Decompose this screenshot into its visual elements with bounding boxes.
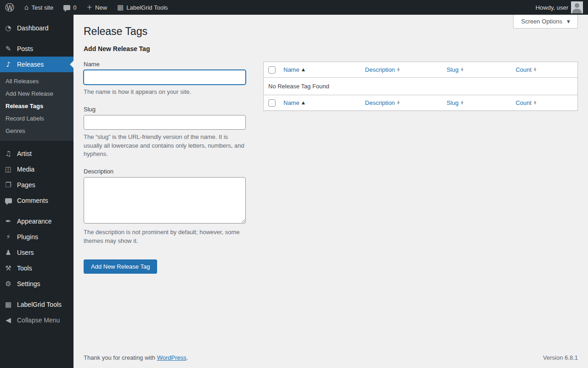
menu-separator [0,292,74,297]
wordpress-link[interactable]: WordPress [157,354,187,361]
description-label: Description [84,168,246,175]
menu-separator [0,141,74,146]
sort-both-icon: ▲▼ [397,101,400,105]
sort-ascending-icon: ▲ [302,101,305,105]
sidebar-item-tools[interactable]: ⚒ Tools [0,260,74,276]
slug-help-text: The “slug” is the URL-friendly version o… [84,133,246,159]
home-icon: ⌂ [24,4,29,11]
screen-options-button[interactable]: Screen Options ▼ [513,15,578,29]
sidebar-item-label: Releases [17,61,44,68]
sidebar-item-collapse-menu[interactable]: ◀ Collapse Menu [0,312,74,328]
column-header-description: Description [365,66,395,73]
select-all-checkbox[interactable] [268,99,276,107]
sidebar-item-pages[interactable]: ❐ Pages [0,177,74,193]
new-label: New [95,4,107,11]
sort-both-icon: ▲▼ [534,101,536,105]
sidebar-item-label: Comments [17,197,48,204]
wp-logo-menu[interactable]: Ⓦ [0,0,19,15]
no-items-message: No Release Tag Found [264,78,577,95]
sort-by-description[interactable]: Description ▲▼ [365,99,400,106]
sidebar-item-dashboard[interactable]: ◔ Dashboard [0,20,74,36]
sort-both-icon: ▲▼ [534,68,536,72]
menu-separator [0,36,74,41]
sort-by-count[interactable]: Count ▲▼ [515,66,536,73]
admin-bar-left: Ⓦ ⌂ Test site 0 + New ▦ LabelGrid Tools [0,0,173,15]
sidebar-item-plugins[interactable]: ⚡ Plugins [0,229,74,245]
sidebar-item-label: Users [17,249,34,256]
sidebar-item-labelgrid-tools[interactable]: ▦ LabelGrid Tools [0,297,74,312]
sort-by-description[interactable]: Description ▲▼ [365,66,400,73]
sidebar-item-appearance[interactable]: ✒ Appearance [0,213,74,229]
artist-icon: ♫ [4,150,13,157]
plugins-icon: ⚡ [4,234,13,241]
site-name-label: Test site [32,4,54,11]
dashboard-icon: ◔ [4,25,13,32]
howdy-account-menu[interactable]: Howdy, user [531,0,588,15]
name-label: Name [84,61,246,68]
chevron-down-icon: ▼ [567,19,570,24]
plus-icon: + [86,4,92,11]
grid-icon: ▦ [117,4,124,11]
tools-icon: ⚒ [4,265,13,272]
add-new-release-tag-button[interactable]: Add New Release Tag [84,259,157,274]
sort-by-count[interactable]: Count ▲▼ [515,99,536,106]
settings-icon: ⚙ [4,281,13,288]
comments-shortcut[interactable]: 0 [58,0,81,15]
sidebar-item-artist[interactable]: ♫ Artist [0,146,74,161]
labelgrid-tools-menu[interactable]: ▦ LabelGrid Tools [112,0,173,15]
sidebar-item-posts[interactable]: ✎ Posts [0,41,74,57]
footer-period: . [187,354,188,361]
sidebar-item-label: Settings [17,280,40,288]
sidebar-item-label: Collapse Menu [17,316,60,324]
column-header-slug: Slug [447,99,458,106]
sidebar-item-label: Media [17,166,34,173]
collapse-menu-icon: ◀ [4,317,13,324]
pages-icon: ❐ [4,182,13,189]
releases-submenu: All Releases Add New Release Release Tag… [0,72,74,141]
add-release-tag-form: Add New Release Tag Name The name is how… [84,45,246,274]
column-header-name: Name [283,66,300,73]
howdy-label: Howdy, user [536,4,568,11]
sidebar-item-media[interactable]: ◫ Media [0,161,74,177]
page-title: Release Tags [84,25,578,39]
description-field[interactable] [84,177,246,224]
sort-by-slug[interactable]: Slug ▲▼ [447,99,463,106]
name-field[interactable] [84,70,246,85]
admin-bar: Ⓦ ⌂ Test site 0 + New ▦ LabelGrid Tools … [0,0,588,15]
sidebar: ◔ Dashboard ✎ Posts ♪ Releases All Relea… [0,15,74,368]
screen-options-label: Screen Options [521,18,562,25]
sidebar-item-releases[interactable]: ♪ Releases [0,57,74,72]
name-help-text: The name is how it appears on your site. [84,88,246,97]
submenu-item-all-releases[interactable]: All Releases [0,75,74,87]
submenu-item-genres[interactable]: Genres [0,125,74,137]
comments-icon [4,197,13,204]
sort-by-slug[interactable]: Slug ▲▼ [447,66,463,73]
slug-field[interactable] [84,115,246,130]
description-help-text: The description is not prominent by defa… [84,228,246,246]
comments-count: 0 [73,4,76,11]
footer-thankyou: Thank you for creating with WordPress. [84,354,188,361]
select-all-checkbox[interactable] [268,66,276,74]
empty-table-row: No Release Tag Found [264,78,577,95]
admin-footer: Thank you for creating with WordPress. V… [84,348,578,368]
sidebar-item-users[interactable]: ♟ Users [0,245,74,260]
footer-version: Version 6.8.1 [543,354,578,361]
sort-by-name[interactable]: Name ▲ [283,66,305,73]
releases-icon: ♪ [4,61,13,68]
column-header-count: Count [515,66,531,73]
submenu-item-record-labels[interactable]: Record Labels [0,112,74,125]
new-content-menu[interactable]: + New [81,0,112,15]
sidebar-item-label: Pages [17,181,35,189]
sort-by-name[interactable]: Name ▲ [283,99,305,106]
main-content: Screen Options ▼ Release Tags Add New Re… [74,15,588,368]
sidebar-item-label: Appearance [17,218,52,225]
submenu-item-add-new-release[interactable]: Add New Release [0,87,74,100]
sidebar-item-settings[interactable]: ⚙ Settings [0,276,74,292]
site-name-menu[interactable]: ⌂ Test site [19,0,58,15]
posts-icon: ✎ [4,46,13,52]
submenu-item-release-tags[interactable]: Release Tags [0,100,74,112]
labelgrid-label: LabelGrid Tools [126,4,168,11]
column-header-description: Description [365,99,395,106]
sidebar-item-comments[interactable]: Comments [0,193,74,208]
table-header-row: Name ▲ Description ▲▼ [264,62,577,78]
